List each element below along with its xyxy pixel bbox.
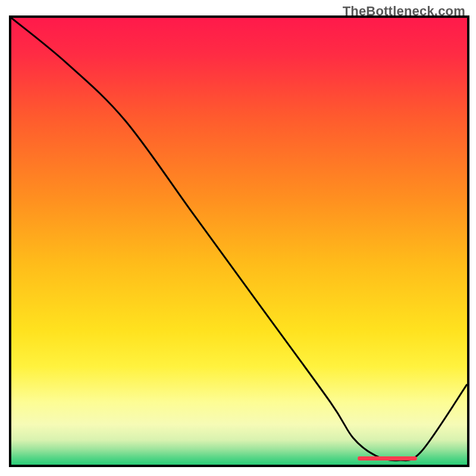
plot-area (9, 18, 467, 467)
optimal-range-marker (358, 456, 417, 461)
watermark-text: TheBottleneck.com (343, 4, 465, 19)
gradient-background (11, 18, 467, 465)
plot-svg (11, 18, 467, 465)
bottleneck-chart: TheBottleneck.com (0, 0, 476, 476)
